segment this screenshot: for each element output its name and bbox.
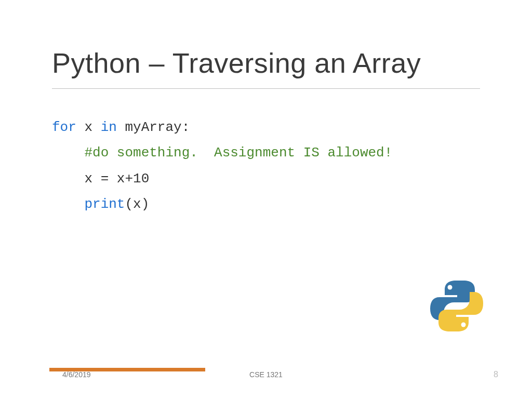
code-text: x = x+10 [84,171,149,187]
code-line-3: x = x+10 [52,166,480,192]
code-comment: #do something. Assignment IS allowed! [84,145,392,161]
code-text: (x) [125,196,149,212]
python-logo-icon [428,277,485,337]
footer-course: CSE 1321 [249,370,283,379]
slide-footer: 4/6/2019 CSE 1321 8 [0,362,532,388]
slide-title: Python – Traversing an Array [52,47,480,89]
code-text: myArray: [117,119,190,135]
keyword-for: for [52,119,76,135]
indent [52,196,84,212]
keyword-in: in [101,119,117,135]
code-block: for x in myArray: #do something. Assignm… [52,115,480,218]
code-line-4: print(x) [52,192,480,217]
code-line-2: #do something. Assignment IS allowed! [52,140,480,166]
indent [52,171,84,187]
code-text: x [76,119,101,135]
svg-point-0 [448,285,453,290]
builtin-print: print [84,196,125,212]
indent [52,145,84,161]
svg-point-1 [461,323,466,327]
slide: Python – Traversing an Array for x in my… [0,0,532,399]
footer-date: 4/6/2019 [62,370,91,379]
footer-page-number: 8 [494,370,498,379]
code-line-1: for x in myArray: [52,115,480,140]
